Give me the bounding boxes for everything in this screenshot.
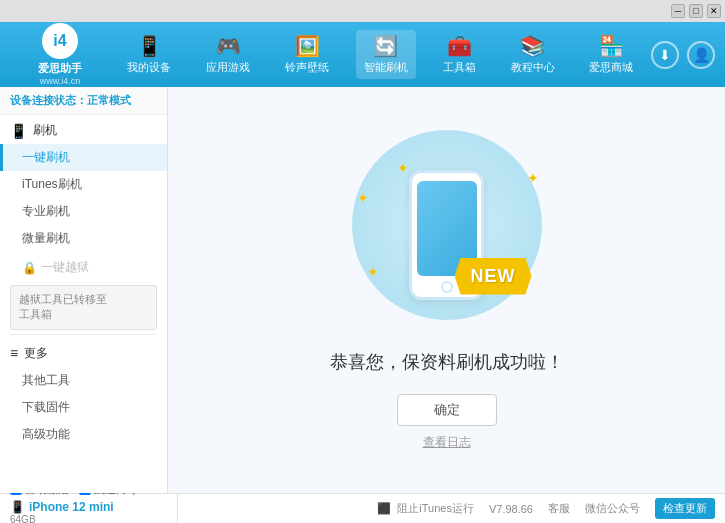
sparkle-4: ✦ [397, 160, 409, 176]
sparkle-1: ✦ [357, 190, 369, 206]
more-section: ≡ 更多 其他工具 下载固件 高级功能 [0, 338, 167, 450]
title-bar: ─ □ ✕ [0, 0, 725, 22]
itunes-flash-label: iTunes刷机 [22, 177, 82, 191]
sidebar-item-advanced[interactable]: 高级功能 [0, 421, 167, 448]
bottom-bar: 自动激活 跳过向导 📱 iPhone 12 mini 64GB Down-12m… [0, 493, 725, 523]
jailbreak-label: 一键越狱 [41, 259, 89, 276]
content-area: ✦ ✦ ✦ ✦ NEW 恭喜您，保资料刷机成功啦！ 确定 查看日志 [168, 87, 725, 493]
connection-status-bar: 设备连接状态：正常模式 [0, 87, 167, 115]
view-log-link[interactable]: 查看日志 [423, 434, 471, 451]
more-section-header[interactable]: ≡ 更多 [0, 340, 167, 367]
logo-icon: i4 [42, 23, 78, 59]
confirm-button[interactable]: 确定 [397, 394, 497, 426]
header: i4 爱思助手 www.i4.cn 📱 我的设备 🎮 应用游戏 🖼️ 铃声壁纸 … [0, 22, 725, 87]
device-name: 📱 iPhone 12 mini [10, 500, 169, 514]
lock-icon: 🔒 [22, 261, 37, 275]
nav-store-label: 爱思商城 [589, 60, 633, 75]
jailbreak-note: 越狱工具已转移至工具箱 [10, 285, 157, 330]
nav-my-device[interactable]: 📱 我的设备 [119, 30, 179, 79]
nav-tutorials[interactable]: 📚 教程中心 [503, 30, 563, 79]
sparkle-2: ✦ [527, 170, 539, 186]
advanced-label: 高级功能 [22, 427, 70, 441]
phone-home-button [441, 281, 453, 293]
more-icon: ≡ [10, 345, 18, 361]
nav-smart-flash[interactable]: 🔄 智能刷机 [356, 30, 416, 79]
main-area: 设备连接状态：正常模式 📱 刷机 一键刷机 iTunes刷机 专业刷机 [0, 87, 725, 493]
pro-flash-label: 专业刷机 [22, 204, 70, 218]
nav-store[interactable]: 🏪 爱思商城 [581, 30, 641, 79]
nav-my-device-label: 我的设备 [127, 60, 171, 75]
flash-icon: 🔄 [373, 34, 398, 58]
sidebar-item-itunes-flash[interactable]: iTunes刷机 [0, 171, 167, 198]
flash-section-header[interactable]: 📱 刷机 [0, 117, 167, 144]
success-illustration: ✦ ✦ ✦ ✦ NEW [347, 130, 547, 330]
logo-name: 爱思助手 [38, 61, 82, 76]
confirm-button-label: 确定 [434, 401, 460, 419]
nav-apps[interactable]: 🎮 应用游戏 [198, 30, 258, 79]
check-update-button[interactable]: 检查更新 [655, 498, 715, 519]
download-button[interactable]: ⬇ [651, 41, 679, 69]
nav-wallpaper-label: 铃声壁纸 [285, 60, 329, 75]
sidebar-item-jailbreak: 🔒 一键越狱 [0, 254, 167, 281]
device-details: 64GB [10, 514, 169, 524]
data-flash-label: 微量刷机 [22, 231, 70, 245]
sidebar-inner: 📱 刷机 一键刷机 iTunes刷机 专业刷机 微量刷机 🔒 [0, 115, 167, 493]
nav-tutorials-label: 教程中心 [511, 60, 555, 75]
nav-toolbox[interactable]: 🧰 工具箱 [435, 30, 484, 79]
other-tools-label: 其他工具 [22, 373, 70, 387]
sidebar: 设备连接状态：正常模式 📱 刷机 一键刷机 iTunes刷机 专业刷机 [0, 87, 168, 493]
close-button[interactable]: ✕ [707, 4, 721, 18]
phone-icon: 📱 [137, 34, 162, 58]
sidebar-item-other-tools[interactable]: 其他工具 [0, 367, 167, 394]
logo-url: www.i4.cn [40, 76, 81, 86]
flash-section: 📱 刷机 一键刷机 iTunes刷机 专业刷机 微量刷机 [0, 115, 167, 254]
customer-service-link[interactable]: 客服 [548, 501, 570, 516]
nav-wallpaper[interactable]: 🖼️ 铃声壁纸 [277, 30, 337, 79]
sidebar-item-download-firmware[interactable]: 下载固件 [0, 394, 167, 421]
itunes-status-text: 阻止iTunes运行 [397, 501, 474, 516]
success-message: 恭喜您，保资料刷机成功啦！ [330, 350, 564, 374]
logo-area: i4 爱思助手 www.i4.cn [10, 23, 110, 86]
flash-section-label: 刷机 [33, 122, 57, 139]
jailbreak-note-text: 越狱工具已转移至工具箱 [19, 293, 107, 320]
nav-smart-flash-label: 智能刷机 [364, 60, 408, 75]
device-name-text: iPhone 12 mini [29, 500, 114, 514]
more-section-label: 更多 [24, 345, 48, 362]
nav-items: 📱 我的设备 🎮 应用游戏 🖼️ 铃声壁纸 🔄 智能刷机 🧰 工具箱 📚 教程中… [110, 30, 651, 79]
bottom-right: ⬛ 阻止iTunes运行 V7.98.66 客服 微信公众号 检查更新 [178, 498, 715, 519]
minimize-button[interactable]: ─ [671, 4, 685, 18]
phone-small-icon: 📱 [10, 500, 25, 514]
nav-toolbox-label: 工具箱 [443, 60, 476, 75]
nav-apps-label: 应用游戏 [206, 60, 250, 75]
sidebar-item-data-flash[interactable]: 微量刷机 [0, 225, 167, 252]
logo-text-inner: i4 [53, 32, 66, 50]
status-value: 正常模式 [87, 94, 131, 106]
sparkle-3: ✦ [367, 264, 379, 280]
sidebar-item-pro-flash[interactable]: 专业刷机 [0, 198, 167, 225]
tutorials-icon: 📚 [520, 34, 545, 58]
game-icon: 🎮 [216, 34, 241, 58]
one-click-flash-label: 一键刷机 [22, 150, 70, 164]
wechat-link[interactable]: 微信公众号 [585, 501, 640, 516]
sidebar-divider [10, 334, 157, 335]
store-icon: 🏪 [599, 34, 624, 58]
wallpaper-icon: 🖼️ [295, 34, 320, 58]
toolbox-icon: 🧰 [447, 34, 472, 58]
header-actions: ⬇ 👤 [651, 41, 715, 69]
itunes-icon: ⬛ [377, 502, 391, 515]
account-button[interactable]: 👤 [687, 41, 715, 69]
itunes-status: ⬛ 阻止iTunes运行 [377, 501, 474, 516]
new-badge: NEW [455, 258, 532, 295]
status-label: 设备连接状态： [10, 94, 87, 106]
maximize-button[interactable]: □ [689, 4, 703, 18]
flash-section-icon: 📱 [10, 123, 27, 139]
download-firmware-label: 下载固件 [22, 400, 70, 414]
device-storage: 64GB [10, 514, 36, 524]
version-text: V7.98.66 [489, 503, 533, 515]
sidebar-item-one-click-flash[interactable]: 一键刷机 [0, 144, 167, 171]
